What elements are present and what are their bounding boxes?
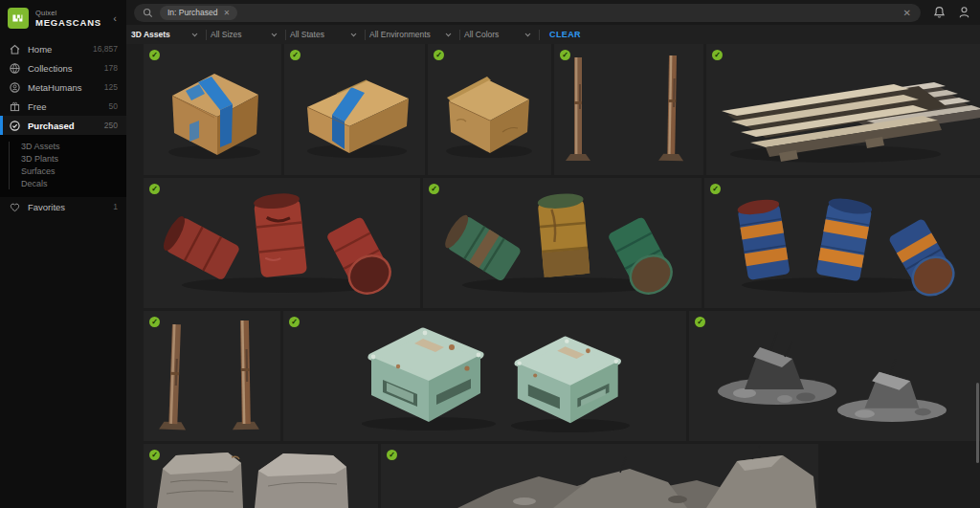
asset-card-wooden-pallets[interactable]: ✓ <box>706 44 980 175</box>
search-bar[interactable]: In: Purchased ✕ ✕ <box>134 4 921 22</box>
asset-card-taped-box-a[interactable]: ✓ <box>144 44 281 175</box>
owned-check-badge: ✓ <box>710 184 721 194</box>
owned-check-badge: ✓ <box>712 50 723 60</box>
sidebar-item-favorites[interactable]: Favorites 1 <box>0 197 126 216</box>
asset-card-green-yellow-barrels[interactable]: ✓ <box>423 178 702 308</box>
filter-label: 3D Assets <box>131 30 170 39</box>
sidebar-item-home[interactable]: Home 16,857 <box>0 39 126 58</box>
filter-separator <box>365 30 366 40</box>
clear-filters-button[interactable]: CLEAR <box>549 30 581 39</box>
filter-separator <box>539 30 540 40</box>
filter-dropdown-sizes[interactable]: All Sizes <box>211 30 281 39</box>
sidebar-item-label: Purchased <box>28 121 98 131</box>
sidebar-item-collections[interactable]: Collections 178 <box>0 58 126 77</box>
filter-label: All Environments <box>369 30 431 39</box>
search-input[interactable] <box>244 7 895 18</box>
owned-check-badge: ✓ <box>149 184 160 194</box>
asset-card-cardboard-box[interactable]: ✓ <box>428 44 551 175</box>
filter-dropdown-category[interactable]: 3D Assets <box>131 30 202 39</box>
subnav-item-3d-plants[interactable]: 3D Plants <box>0 153 126 166</box>
check-glyph: ✓ <box>291 318 298 326</box>
asset-card-red-barrels[interactable]: ✓ <box>144 178 420 308</box>
owned-check-badge: ✓ <box>149 450 160 460</box>
quixel-megascans-app: Quixel MEGASCANS ‹ Home 16,857 Collectio… <box>0 0 980 508</box>
concrete-blocks-illustration <box>144 444 378 508</box>
filter-dropdown-environments[interactable]: All Environments <box>369 30 456 39</box>
owned-check-badge: ✓ <box>149 50 160 60</box>
sidebar-collapse-icon[interactable]: ‹ <box>111 12 119 24</box>
asset-card-blue-orange-barrels[interactable]: ✓ <box>704 178 980 308</box>
notifications-button[interactable] <box>926 6 951 19</box>
sidebar-item-count: 50 <box>109 101 118 111</box>
red-barrels-illustration <box>144 178 420 308</box>
sidebar-item-label: Free <box>28 101 102 112</box>
taped-cardboard-box-illustration <box>284 44 425 175</box>
subnav-item-surfaces[interactable]: Surfaces <box>0 166 126 178</box>
turquoise-junction-boxes-illustration <box>283 311 686 441</box>
search-clear-icon[interactable]: ✕ <box>902 8 912 18</box>
gift-icon <box>9 100 21 113</box>
search-icon <box>143 8 153 18</box>
check-glyph: ✓ <box>151 51 158 59</box>
rusted-posts-illustration <box>144 311 280 441</box>
check-glyph: ✓ <box>151 318 158 326</box>
sidebar-item-label: Collections <box>28 63 98 74</box>
sidebar-item-count: 250 <box>104 121 118 130</box>
filter-separator <box>206 30 207 40</box>
sidebar-item-label: MetaHumans <box>28 82 98 93</box>
quixel-m-glyph <box>11 11 25 25</box>
filter-label: All Colors <box>464 30 499 39</box>
account-button[interactable] <box>951 6 976 19</box>
asset-card-taped-box-b[interactable]: ✓ <box>284 44 425 175</box>
asset-card-rubble-rebar[interactable]: ✓ <box>689 311 980 441</box>
concrete-rubble-illustration <box>689 311 980 441</box>
scrollbar-thumb[interactable] <box>976 383 979 463</box>
sidebar-item-label: Favorites <box>28 202 106 212</box>
owned-check-badge: ✓ <box>429 184 439 194</box>
logo-row: Quixel MEGASCANS ‹ <box>0 0 126 35</box>
asset-card-debris-blocks[interactable]: ✓ <box>144 444 378 508</box>
cardboard-box-illustration <box>428 44 551 175</box>
owned-check-badge: ✓ <box>695 317 705 327</box>
check-glyph: ✓ <box>389 451 395 459</box>
home-icon <box>9 43 21 55</box>
asset-card-turquoise-boxes[interactable]: ✓ <box>283 311 686 441</box>
sidebar-nav: Home 16,857 Collections 178 MetaHumans 1… <box>0 39 126 216</box>
sidebar-item-count: 125 <box>104 82 118 92</box>
filter-dropdown-states[interactable]: All States <box>290 30 361 39</box>
sidebar-item-count: 178 <box>104 63 118 73</box>
filter-separator <box>285 30 286 40</box>
brand-top: Quixel <box>35 10 101 17</box>
asset-card-square-posts[interactable]: ✓ <box>144 311 280 441</box>
search-filter-chip[interactable]: In: Purchased ✕ <box>160 6 237 20</box>
wooden-pallets-illustration <box>706 44 980 175</box>
sidebar-item-count: 1 <box>113 202 118 211</box>
sidebar-item-metahumans[interactable]: MetaHumans 125 <box>0 77 126 97</box>
purchased-subnav: 3D Assets 3D Plants Surfaces Decals <box>0 135 126 197</box>
filter-label: All States <box>290 30 324 39</box>
check-glyph: ✓ <box>151 185 158 193</box>
chip-label: In: Purchased <box>167 8 217 17</box>
asset-card-metal-posts[interactable]: ✓ <box>554 44 703 175</box>
owned-check-badge: ✓ <box>290 50 301 60</box>
asset-card-rubble-pile[interactable]: ✓ <box>381 444 818 508</box>
user-icon <box>958 6 970 19</box>
chevron-down-icon <box>445 33 452 37</box>
sidebar-item-purchased[interactable]: Purchased 250 <box>0 116 126 135</box>
owned-check-badge: ✓ <box>149 317 160 327</box>
chip-close-icon[interactable]: ✕ <box>223 9 230 17</box>
brand-bottom: MEGASCANS <box>35 18 101 28</box>
filter-dropdown-colors[interactable]: All Colors <box>464 30 535 39</box>
check-glyph: ✓ <box>712 185 719 193</box>
chevron-down-icon <box>524 33 531 37</box>
subnav-item-decals[interactable]: Decals <box>0 178 126 190</box>
chevron-down-icon <box>271 33 278 37</box>
filter-bar: 3D Assets All Sizes All States All Envir… <box>126 25 980 44</box>
concrete-rubble-pile-illustration <box>381 444 818 508</box>
quixel-logo-icon[interactable] <box>8 8 29 29</box>
chevron-down-icon <box>350 33 357 37</box>
check-glyph: ✓ <box>697 318 703 326</box>
sidebar-item-free[interactable]: Free 50 <box>0 97 126 116</box>
subnav-item-3d-assets[interactable]: 3D Assets <box>0 141 126 153</box>
taped-cardboard-box-illustration <box>144 44 281 175</box>
